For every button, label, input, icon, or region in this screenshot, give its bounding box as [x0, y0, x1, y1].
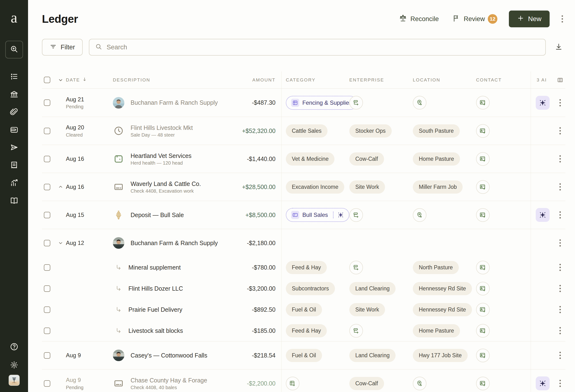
sidebar-item-send[interactable]	[5, 139, 23, 157]
row-checkbox[interactable]	[44, 285, 50, 292]
enterprise-chip[interactable]: Cow-Calf	[349, 152, 384, 166]
category-chip[interactable]: Vet & Medicine	[286, 152, 335, 166]
location-chip[interactable]: South Pasture	[413, 124, 460, 138]
description-cell[interactable]: Waverly Land & Cattle Co. Check 4408, Ex…	[113, 180, 216, 194]
header-overflow-menu[interactable]	[559, 13, 565, 25]
select-all-checkbox[interactable]	[44, 77, 50, 83]
sidebar-item-ledger-list[interactable]	[5, 68, 23, 86]
reconcile-button[interactable]: Reconcile	[399, 14, 439, 24]
expand-all-chevron[interactable]	[55, 77, 66, 83]
ledger-row[interactable]: Aug 21 Pending Buchanan Farm & Ranch Sup…	[42, 89, 565, 117]
ledger-row[interactable]: Aug 16 Heartland Vet Services Herd healt…	[42, 145, 565, 173]
ledger-sub-row[interactable]: Prairie Fuel Delivery -$892.50 Fuel & Oi…	[42, 299, 565, 320]
row-overflow-menu[interactable]	[557, 349, 563, 361]
ledger-sub-row[interactable]: Flint Hills Dozer LLC -$3,200.00 Subcont…	[42, 278, 565, 299]
row-checkbox[interactable]	[44, 184, 50, 190]
category-chip[interactable]: Feed & Hay	[286, 261, 327, 274]
add-contact-button[interactable]	[476, 180, 490, 194]
description-cell[interactable]: Casey's — Cottonwood Falls	[113, 350, 216, 361]
row-overflow-menu[interactable]	[557, 97, 563, 109]
sidebar-item-analytics[interactable]	[5, 174, 23, 192]
location-chip[interactable]: Hennessey Rd Site	[413, 282, 472, 295]
ai-suggestion-button[interactable]	[536, 96, 550, 110]
enterprise-chip[interactable]: Cow-Calf	[349, 377, 384, 390]
description-cell[interactable]: Buchanan Farm & Ranch Supply	[113, 97, 216, 109]
category-chip[interactable]: Excavation Income	[286, 180, 344, 194]
add-contact-button[interactable]	[476, 303, 490, 317]
add-contact-button[interactable]	[476, 377, 490, 390]
row-checkbox[interactable]	[44, 99, 50, 106]
row-chevron-up[interactable]	[55, 184, 66, 190]
ledger-sub-row[interactable]: Mineral supplement -$780.00 Feed & Hay N…	[42, 257, 565, 278]
enterprise-chip[interactable]: Land Clearing	[349, 349, 396, 362]
add-location-button[interactable]	[413, 96, 427, 109]
category-ai-chip[interactable]: Fencing & Supplies	[286, 96, 357, 110]
add-contact-button[interactable]	[476, 261, 490, 274]
row-checkbox[interactable]	[44, 156, 50, 162]
sidebar-item-help[interactable]	[5, 338, 23, 356]
row-checkbox[interactable]	[44, 240, 50, 246]
add-contact-button[interactable]	[476, 96, 490, 109]
category-chip[interactable]: Cattle Sales	[286, 124, 328, 138]
description-cell[interactable]: Flint Hills Dozer LLC	[113, 285, 216, 293]
description-cell[interactable]: Mineral supplement	[113, 264, 216, 271]
add-contact-button[interactable]	[476, 152, 490, 166]
add-contact-button[interactable]	[476, 282, 490, 295]
location-chip[interactable]: Hennessey Rd Site	[413, 303, 472, 316]
enterprise-chip[interactable]: Site Work	[349, 303, 385, 316]
category-ai-chip[interactable]: Bull Sales	[286, 208, 349, 222]
row-checkbox[interactable]	[44, 328, 50, 334]
row-checkbox[interactable]	[44, 352, 50, 359]
category-chip[interactable]: Subcontractors	[286, 282, 335, 295]
ledger-sub-row[interactable]: Livestock salt blocks -$185.00 Feed & Ha…	[42, 320, 565, 341]
sidebar-item-workspace-avatar[interactable]	[9, 375, 20, 386]
add-contact-button[interactable]	[476, 208, 490, 222]
add-contact-button[interactable]	[476, 124, 490, 138]
location-chip[interactable]: Miller Farm Job	[413, 180, 463, 194]
add-location-button[interactable]	[413, 208, 427, 222]
add-enterprise-button[interactable]	[349, 208, 363, 222]
sidebar-item-settings[interactable]	[5, 357, 23, 374]
ledger-row[interactable]: Aug 9 Casey's — Cottonwood Falls -$218.5…	[42, 341, 565, 369]
add-contact-button[interactable]	[476, 324, 490, 338]
add-enterprise-button[interactable]	[349, 324, 363, 338]
column-header-enterprise[interactable]: ENTERPRISE	[349, 77, 413, 83]
description-cell[interactable]: Flint Hills Livestock Mkt Sale Day — 48 …	[113, 124, 216, 138]
row-overflow-menu[interactable]	[557, 209, 563, 221]
add-category-button[interactable]	[286, 377, 299, 390]
description-cell[interactable]: Buchanan Farm & Ranch Supply	[113, 237, 216, 249]
sidebar-item-receipt[interactable]	[5, 157, 23, 174]
location-chip[interactable]: Home Pasture	[413, 152, 460, 166]
row-overflow-menu[interactable]	[557, 125, 563, 137]
export-download-button[interactable]	[552, 41, 565, 54]
column-header-ai[interactable]: 3 AI	[531, 72, 555, 88]
add-location-button[interactable]	[413, 377, 427, 390]
row-overflow-menu[interactable]	[557, 325, 563, 337]
sidebar-item-book[interactable]	[5, 192, 23, 210]
description-cell[interactable]: Chase County Hay & Forage Check 4408, 40…	[113, 376, 216, 391]
search-input[interactable]	[107, 44, 540, 51]
column-header-location[interactable]: LOCATION	[413, 77, 476, 83]
category-chip[interactable]: Fuel & Oil	[286, 349, 322, 362]
sidebar-item-paperclip[interactable]	[5, 103, 23, 121]
column-header-amount[interactable]: AMOUNT	[216, 77, 276, 83]
row-checkbox[interactable]	[44, 306, 50, 313]
location-chip[interactable]: Home Pasture	[413, 324, 460, 337]
description-cell[interactable]: Heartland Vet Services Herd health — 120…	[113, 152, 216, 166]
column-header-description[interactable]: DESCRIPTION	[113, 77, 216, 83]
row-checkbox[interactable]	[44, 212, 50, 218]
new-button[interactable]: New	[509, 11, 550, 27]
ledger-row[interactable]: Aug 12 Buchanan Farm & Ranch Supply -$2,…	[42, 229, 565, 257]
location-chip[interactable]: Hwy 177 Job Site	[413, 349, 468, 362]
ai-suggestion-button[interactable]	[536, 376, 550, 390]
filter-button[interactable]: Filter	[42, 39, 83, 56]
review-button[interactable]: Review	[452, 14, 485, 24]
columns-icon[interactable]	[555, 77, 565, 83]
description-cell[interactable]: Livestock salt blocks	[113, 327, 216, 335]
row-overflow-menu[interactable]	[557, 153, 563, 165]
row-overflow-menu[interactable]	[557, 261, 563, 273]
ledger-row[interactable]: Aug 20 Cleared Flint Hills Livestock Mkt…	[42, 117, 565, 145]
ledger-row[interactable]: Aug 9 Pending Chase County Hay & Forage …	[42, 369, 565, 392]
add-contact-button[interactable]	[476, 349, 490, 362]
sidebar-search-button[interactable]	[5, 41, 23, 58]
